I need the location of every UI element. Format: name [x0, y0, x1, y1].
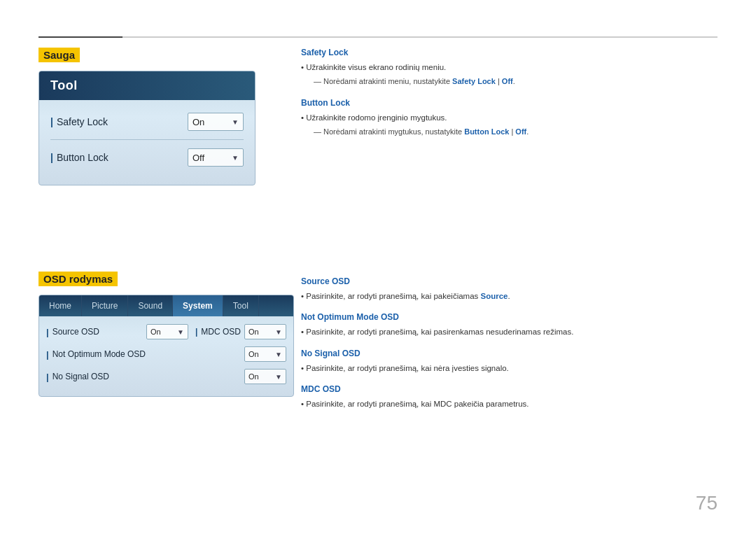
safety-lock-highlight: Safety Lock [452, 77, 496, 85]
button-lock-row: Button Lock Off ▼ [50, 143, 244, 172]
no-signal-select[interactable]: On ▼ [244, 369, 286, 384]
safety-lock-row: Safety Lock On ▼ [50, 107, 244, 136]
safety-lock-desc-indent: Norėdami atrakinti meniu, nustatykite Sa… [301, 76, 700, 88]
button-lock-desc-indent: Norėdami atrakinti mygtukus, nustatykite… [301, 126, 700, 139]
mdc-osd-desc: MDC OSD Pasirinkite, ar rodyti pranešimą… [301, 384, 700, 410]
top-line [38, 36, 718, 38]
tool-panel-body: Safety Lock On ▼ Button Lock Off ▼ [39, 100, 255, 185]
no-signal-desc-text: Pasirinkite, ar rodyti pranešimą, kai nė… [301, 363, 700, 374]
source-osd-row: Source OSD On ▼ MDC OSD On ▼ [46, 321, 286, 343]
button-lock-desc: Button Lock Užrakinkite rodomo įrenginio… [301, 98, 700, 139]
osd-title: OSD rodymas [38, 272, 118, 286]
osd-section: OSD rodymas Home Picture Sound System To… [38, 272, 294, 397]
not-optimum-desc-text: Pasirinkite, ar rodyti pranešimą, kai pa… [301, 326, 700, 338]
page-number: 75 [696, 492, 718, 514]
osd-panel: Home Picture Sound System Tool Source OS… [38, 295, 294, 397]
not-optimum-row: Not Optimum Mode OSD On ▼ [46, 343, 286, 365]
not-optimum-arrow: ▼ [275, 351, 282, 358]
mdc-osd-select[interactable]: On ▼ [244, 324, 286, 339]
safety-lock-desc: Safety Lock Užrakinkite visus ekrano rod… [301, 48, 700, 88]
mdc-osd-arrow: ▼ [275, 328, 282, 336]
button-lock-desc-text: Užrakinkite rodomo įrenginio mygtukus. [301, 112, 700, 124]
button-lock-desc-title: Button Lock [301, 98, 700, 108]
mdc-osd-label: MDC OSD [195, 327, 241, 337]
safety-lock-arrow: ▼ [232, 118, 239, 126]
tool-divider [50, 139, 244, 140]
osd-body: Source OSD On ▼ MDC OSD On ▼ [39, 316, 293, 396]
no-signal-left: No Signal OSD On ▼ [52, 369, 286, 384]
not-optimum-desc: Not Optimum Mode OSD Pasirinkite, ar rod… [301, 312, 700, 338]
safety-lock-label: Safety Lock [50, 116, 108, 127]
source-osd-desc-title: Source OSD [301, 276, 700, 286]
not-optimum-select[interactable]: On ▼ [244, 346, 286, 362]
source-osd-arrow: ▼ [177, 328, 184, 336]
no-signal-arrow: ▼ [275, 373, 282, 381]
safety-lock-desc-title: Safety Lock [301, 48, 700, 57]
tab-home[interactable]: Home [39, 295, 82, 316]
not-optimum-label: Not Optimum Mode OSD [52, 349, 244, 359]
mdc-osd-part: MDC OSD On ▼ [195, 324, 286, 339]
tab-picture[interactable]: Picture [82, 295, 128, 316]
no-signal-label: No Signal OSD [52, 372, 244, 381]
tab-system[interactable]: System [173, 295, 223, 316]
button-lock-highlight: Button Lock [464, 127, 509, 136]
source-highlight: Source [481, 292, 508, 300]
mdc-osd-desc-title: MDC OSD [301, 384, 700, 394]
sauga-section: Sauga Tool Safety Lock On ▼ Button Lock … [38, 48, 255, 185]
not-optimum-split: Not Optimum Mode OSD On ▼ [52, 346, 286, 362]
tab-sound[interactable]: Sound [128, 295, 173, 316]
no-signal-desc-title: No Signal OSD [301, 349, 700, 358]
not-optimum-desc-title: Not Optimum Mode OSD [301, 312, 700, 322]
source-osd-left: Source OSD On ▼ [52, 324, 188, 339]
button-lock-select[interactable]: Off ▼ [188, 148, 244, 167]
not-optimum-left: Not Optimum Mode OSD On ▼ [52, 346, 286, 362]
button-lock-arrow: ▼ [232, 154, 239, 162]
tool-panel-header: Tool [39, 71, 255, 100]
not-optimum-value: On [248, 350, 259, 358]
button-lock-off-highlight: Off [515, 127, 526, 136]
tab-tool[interactable]: Tool [223, 295, 259, 316]
tool-panel: Tool Safety Lock On ▼ Button Lock Off ▼ [38, 71, 255, 185]
mdc-osd-desc-text: Pasirinkite, ar rodyti pranešimą, kai MD… [301, 398, 700, 410]
source-osd-desc: Source OSD Pasirinkite, ar rodyti praneš… [301, 276, 700, 302]
source-osd-label: Source OSD [52, 327, 146, 337]
source-osd-value: On [150, 328, 161, 336]
source-osd-select[interactable]: On ▼ [146, 324, 188, 339]
safety-lock-value: On [192, 117, 204, 127]
mdc-osd-value: On [248, 328, 259, 336]
osd-description: Source OSD Pasirinkite, ar rodyti praneš… [301, 276, 700, 420]
safety-lock-desc-text: Užrakinkite visus ekrano rodinių meniu. [301, 62, 700, 73]
safety-lock-off-highlight: Off [502, 77, 513, 85]
no-signal-value: On [248, 372, 259, 381]
source-osd-desc-text: Pasirinkite, ar rodyti pranešimą, kai pa… [301, 290, 700, 302]
osd-tabs: Home Picture Sound System Tool [39, 295, 293, 316]
no-signal-desc: No Signal OSD Pasirinkite, ar rodyti pra… [301, 349, 700, 374]
button-lock-label: Button Lock [50, 152, 108, 163]
no-signal-split: No Signal OSD On ▼ [52, 369, 286, 384]
sauga-description: Safety Lock Užrakinkite visus ekrano rod… [301, 48, 700, 148]
sauga-title: Sauga [38, 48, 80, 62]
safety-lock-select[interactable]: On ▼ [188, 113, 244, 131]
source-osd-split: Source OSD On ▼ MDC OSD On ▼ [52, 324, 286, 339]
no-signal-row: No Signal OSD On ▼ [46, 365, 286, 388]
button-lock-value: Off [192, 153, 204, 163]
